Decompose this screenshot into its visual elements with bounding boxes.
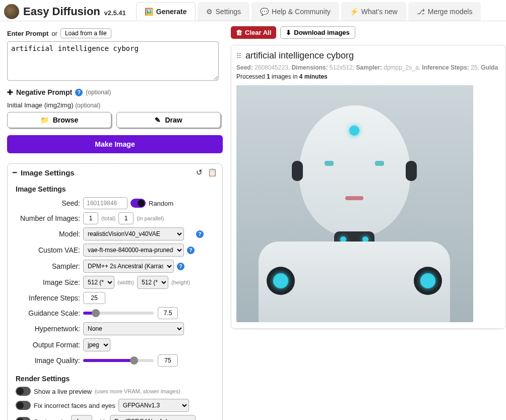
scale-up-label: Scale up by	[34, 418, 68, 421]
result-image[interactable]	[236, 85, 473, 322]
gear-icon: ⚙	[206, 8, 213, 16]
with-label: with	[95, 418, 107, 421]
brand-version: v2.5.41	[104, 9, 125, 17]
fix-faces-toggle[interactable]	[16, 401, 31, 410]
proc-a: Processed	[236, 73, 265, 80]
tab-settings-label: Settings	[216, 8, 241, 16]
tab-merge-label: Merge models	[428, 8, 473, 16]
clipboard-icon[interactable]: 📋	[208, 168, 217, 177]
app-header: Easy Diffusion v2.5.41 🖼️ Generate ⚙ Set…	[0, 0, 506, 21]
meta-steps-k: Inference Steps:	[422, 64, 469, 71]
upscaler-select[interactable]: RealESRGAN_x4plus	[110, 415, 196, 420]
top-tabs: 🖼️ Generate ⚙ Settings 💬 Help & Communit…	[136, 2, 481, 21]
undo-icon[interactable]: ↺	[196, 168, 203, 177]
output-card: ⠿ artificial intelligence cyborg Seed: 2…	[231, 45, 506, 329]
help-icon[interactable]: ?	[187, 247, 195, 254]
tab-merge[interactable]: ⎇ Merge models	[408, 2, 481, 21]
make-image-button[interactable]: Make Image	[7, 135, 223, 153]
tab-generate-label: Generate	[156, 8, 187, 16]
download-icon: ⬇	[286, 29, 291, 36]
prompt-label: Enter Prompt	[7, 30, 48, 37]
quality-slider[interactable]	[83, 359, 154, 362]
optional-hint-2: (optional)	[75, 102, 100, 109]
section-image-settings: Image Settings	[16, 185, 217, 193]
app-title: Easy Diffusion v2.5.41	[23, 5, 126, 18]
fix-faces-label: Fix incorrect faces and eyes	[34, 402, 115, 409]
num-total-input[interactable]	[83, 212, 98, 224]
plus-icon[interactable]: ✚	[7, 88, 13, 96]
help-icon[interactable]: ?	[196, 230, 204, 238]
tab-settings[interactable]: ⚙ Settings	[198, 2, 250, 21]
model-label: Model:	[13, 230, 80, 238]
width-select[interactable]: 512 (*)	[83, 276, 114, 289]
steps-input[interactable]	[83, 292, 105, 304]
left-column: Enter Prompt or Load from a file artific…	[0, 21, 226, 420]
total-hint: (total)	[101, 215, 115, 221]
chat-icon: 💬	[260, 8, 269, 16]
quality-input[interactable]	[158, 354, 178, 367]
height-select[interactable]: 512 (*)	[137, 276, 168, 289]
live-hint: (uses more VRAM, slower images)	[95, 388, 180, 394]
size-label: Image Size:	[13, 278, 80, 286]
guidance-input[interactable]	[158, 307, 178, 319]
guidance-slider[interactable]	[83, 312, 154, 315]
load-from-file-button[interactable]: Load from a file	[60, 28, 111, 38]
scale-up-toggle[interactable]	[16, 417, 31, 420]
height-hint: (height)	[171, 279, 190, 285]
seed-input[interactable]	[83, 197, 128, 209]
trash-icon: 🗑	[236, 29, 242, 36]
proc-t: 4 minutes	[299, 73, 328, 80]
output-prompt-title: artificial intelligence cyborg	[245, 50, 354, 61]
tab-whatsnew[interactable]: ⚡ What's new	[341, 2, 406, 21]
meta-samp-k: Sampler:	[356, 64, 382, 71]
face-model-select[interactable]: GFPGANv1.3	[118, 399, 189, 412]
hyper-select[interactable]: None	[83, 322, 184, 335]
vae-select[interactable]: vae-ft-mse-840000-ema-pruned	[83, 244, 184, 257]
model-select[interactable]: realisticVisionV40_v40VAE	[83, 227, 184, 241]
hyper-label: Hypernetwork:	[13, 325, 80, 333]
negative-prompt-label: Negative Prompt	[16, 88, 72, 96]
negative-prompt-row: ✚ Negative Prompt ? (optional)	[7, 88, 221, 96]
quality-label: Image Quality:	[13, 356, 80, 365]
image-icon: 🖼️	[145, 8, 153, 16]
random-toggle[interactable]	[131, 199, 146, 208]
initial-image-buttons: 📁 Browse ✎ Draw	[7, 112, 221, 128]
format-label: Output Format:	[13, 341, 80, 349]
width-hint: (width)	[117, 279, 134, 285]
clear-label: Clear All	[245, 29, 271, 36]
num-images-label: Number of Images:	[13, 214, 80, 222]
vae-label: Custom VAE:	[13, 246, 80, 254]
clear-all-button[interactable]: 🗑 Clear All	[231, 26, 276, 39]
prompt-header: Enter Prompt or Load from a file	[7, 28, 221, 38]
download-button[interactable]: ⬇ Download images	[280, 26, 355, 39]
app-logo	[4, 4, 19, 19]
draw-button[interactable]: ✎ Draw	[116, 112, 221, 128]
seed-label: Seed:	[13, 199, 80, 207]
tab-generate[interactable]: 🖼️ Generate	[136, 2, 196, 21]
meta-samp-v: dpmpp_2s_a	[384, 64, 418, 71]
sampler-select[interactable]: DPM++ 2s Ancestral (Karras)	[83, 260, 174, 273]
prompt-textarea[interactable]: artificial intelligence cyborg	[7, 41, 219, 81]
random-label: Random	[149, 200, 173, 207]
scale-factor-select[interactable]: 4x	[71, 415, 92, 420]
help-icon[interactable]: ?	[75, 89, 83, 96]
meta-dim-v: 512x512	[330, 64, 353, 71]
format-select[interactable]: jpeg	[83, 338, 110, 351]
tab-whatsnew-label: What's new	[361, 8, 398, 16]
tab-help[interactable]: 💬 Help & Community	[251, 2, 339, 21]
browse-label: Browse	[53, 116, 79, 124]
grip-icon[interactable]: ⠿	[236, 52, 241, 60]
main-layout: Enter Prompt or Load from a file artific…	[0, 21, 506, 420]
guidance-label: Guidance Scale:	[13, 309, 80, 317]
bolt-icon: ⚡	[350, 8, 358, 16]
right-column: 🗑 Clear All ⬇ Download images ⠿ artifici…	[226, 21, 506, 420]
meta-steps-v: 25	[471, 64, 477, 71]
help-icon[interactable]: ?	[177, 263, 184, 270]
collapse-icon[interactable]: ━	[13, 168, 17, 176]
output-meta: Seed: 2608045223, Dimensions: 512x512, S…	[236, 64, 500, 71]
meta-guid-k: Guida	[481, 64, 498, 71]
live-preview-toggle[interactable]	[16, 387, 31, 396]
num-parallel-input[interactable]	[118, 212, 134, 224]
browse-button[interactable]: 📁 Browse	[7, 112, 111, 128]
proc-n: 1	[267, 73, 270, 80]
